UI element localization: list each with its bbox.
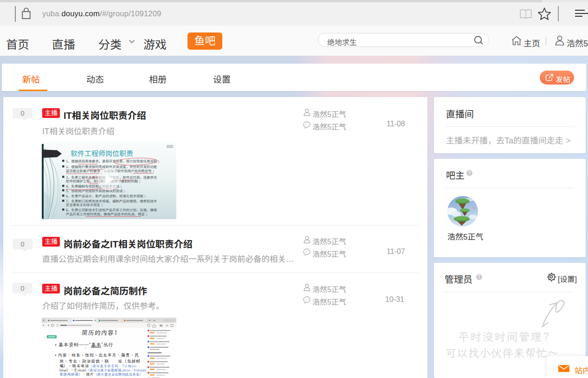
svg-text:• 基本资料——“基本”丛行: • 基本资料——“基本”丛行	[55, 341, 113, 348]
svg-text:产品开发工作按时完成。确保产品技术的先进、稳定；: 产品开发工作按时完成。确保产品技术的先进、稳定；	[66, 211, 148, 216]
svg-text:等通用邮箱）、照片（照片要适合应聘的岗位角色）: 等通用邮箱）、照片（照片要适合应聘的岗位角色）	[59, 372, 143, 377]
svg-text:简历的内容1: 简历的内容1	[81, 328, 118, 337]
svg-text:软件工程师岗位职责: 软件工程师岗位职责	[71, 148, 133, 158]
svg-text:• 内容：姓名、性别、出生年月、籍贯、民: • 内容：姓名、性别、出生年月、籍贯、民	[55, 352, 139, 358]
svg-text:1、根据项目具体要求，承担开发任务，按计划完成任务目标；: 1、根据项目具体要求，承担开发任务，按计划完成任务目标；	[66, 158, 161, 163]
svg-text:5、协助用户完成软件系统模块的测试；: 5、协助用户完成软件系统模块的测试；	[66, 188, 126, 193]
svg-text:6、负责产品设计、新产品的试制、标准化技术规程；: 6、负责产品设计、新产品的试制、标准化技术规程；	[66, 193, 147, 198]
svg-text:安全等有关的技术规定；: 安全等有关的技术规定；	[66, 202, 103, 207]
